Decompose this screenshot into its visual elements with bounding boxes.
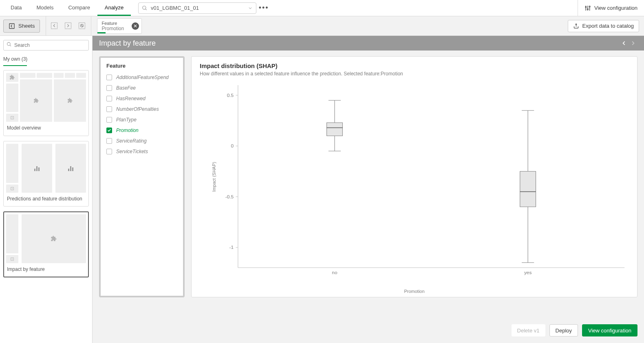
puzzle-icon [33,98,39,103]
footer-actions: Delete v1 Deploy View configuration [512,324,637,336]
clear-selections-icon[interactable] [78,22,87,31]
model-picker[interactable]: v01_LGBMC_01_01 [138,2,256,14]
page-titlebar: Impact by feature [93,36,644,51]
page-title: Impact by feature [99,39,156,48]
checkbox-icon [106,106,112,112]
tab-analyze[interactable]: Analyze [97,0,131,16]
search-input[interactable] [3,40,89,51]
tab-compare[interactable]: Compare [61,0,97,16]
feature-name: Promotion [116,128,139,133]
tab-models[interactable]: Models [29,0,61,16]
prev-sheet-button[interactable] [620,39,629,48]
view-configuration-button[interactable]: View configuration [578,0,644,16]
chip-value: Promotion [101,26,128,31]
checkbox-icon [106,138,112,144]
export-label: Export data to catalog [582,23,634,29]
plot-area: 0.50-0.5-1noyes [216,81,629,280]
feature-panel-title: Feature [101,62,183,72]
svg-rect-8 [9,24,14,29]
feature-name: ServiceTickets [116,149,148,154]
feature-row-plantype[interactable]: PlanType [101,114,183,125]
checkbox-icon [106,149,112,154]
svg-point-15 [7,42,11,46]
svg-point-7 [589,6,590,7]
next-sheet-button[interactable] [629,39,637,48]
view-configuration-footer-button[interactable]: View configuration [582,324,637,336]
feature-row-basefee[interactable]: BaseFee [101,83,183,93]
export-data-button[interactable]: Export data to catalog [568,20,639,32]
bar-chart-icon [68,165,73,171]
svg-line-13 [81,24,83,26]
selection-chip-feature[interactable]: Feature Promotion ✕ [97,18,142,34]
step-forward-icon[interactable] [64,22,73,31]
svg-point-0 [143,6,146,9]
feature-row-servicerating[interactable]: ServiceRating [101,136,183,146]
svg-rect-10 [65,22,71,29]
chart-subtitle: How different values in a selected featu… [200,71,629,77]
chart-title: Impact distribution (SHAP) [200,62,629,69]
sheet-title: Predictions and feature distribution [6,193,86,204]
sheets-sidebar: My own (3) [0,36,93,343]
top-nav: Data Models Compare Analyze v01_LGBMC_01… [0,0,644,16]
y-axis-label: Impact (SHAP) [212,162,216,191]
selection-tools [46,16,91,36]
main: My own (3) [0,36,644,343]
delete-button: Delete v1 [512,324,545,336]
sheet-card-predictions[interactable]: Predictions and feature distribution [3,141,89,207]
feature-row-promotion[interactable]: Promotion [101,125,183,136]
model-name: v01_LGBMC_01_01 [151,5,199,11]
svg-rect-34 [327,123,343,136]
feature-row-hasrenewed[interactable]: HasRenewed [101,93,183,104]
search-icon [142,5,148,11]
checkbox-icon [106,75,112,80]
tab-data[interactable]: Data [3,0,29,16]
feature-name: AdditionalFeatureSpend [116,75,169,80]
svg-point-5 [587,9,589,10]
search-icon [7,42,12,47]
sheet-list: Model overview [0,67,92,281]
checkbox-icon [106,128,112,133]
feature-row-numberofpenalties[interactable]: NumberOfPenalties [101,104,183,114]
puzzle-icon [9,75,15,80]
feature-row-servicetickets[interactable]: ServiceTickets [101,146,183,157]
more-menu-button[interactable]: ••• [256,4,271,12]
feature-row-additionalfeaturespend[interactable]: AdditionalFeatureSpend [101,72,183,83]
toolbar: Sheets Feature Promotion ✕ Export data t… [0,16,644,36]
checkbox-icon [106,85,112,91]
feature-name: PlanType [116,117,137,123]
checkbox-icon [106,96,112,101]
svg-text:yes: yes [524,270,532,275]
deploy-button[interactable]: Deploy [549,324,578,336]
svg-rect-41 [520,172,536,207]
sheet-card-model-overview[interactable]: Model overview [3,70,89,136]
export-icon [573,23,579,29]
sheet-title: Impact by feature [6,263,86,275]
svg-line-1 [146,9,147,10]
sheets-button[interactable]: Sheets [3,20,40,33]
sheet-card-impact-by-feature[interactable]: Impact by feature [3,211,89,277]
step-back-icon[interactable] [50,22,59,31]
chart-panel: Impact distribution (SHAP) How different… [191,56,637,297]
svg-text:-1: -1 [229,245,234,250]
chevron-down-icon [248,6,253,11]
x-axis-label: Promotion [404,289,424,294]
sliders-icon [584,5,591,11]
view-configuration-label: View configuration [594,5,637,11]
svg-rect-18 [11,187,14,190]
feature-name: ServiceRating [116,138,147,144]
sheets-icon [9,23,15,29]
chip-label: Feature [101,21,128,26]
svg-rect-19 [11,258,14,261]
svg-text:0: 0 [231,144,234,149]
svg-text:0.5: 0.5 [227,93,234,98]
svg-line-16 [10,45,11,46]
chip-close-icon[interactable]: ✕ [132,22,139,30]
svg-point-3 [585,7,587,8]
feature-name: HasRenewed [116,96,146,101]
sidebar-section-label: My own (3) [0,53,92,64]
feature-selector-panel: Feature AdditionalFeatureSpendBaseFeeHas… [99,56,185,297]
feature-name: NumberOfPenalties [116,106,159,112]
checkbox-icon [106,117,112,123]
bar-chart-icon [34,165,40,171]
svg-rect-17 [11,117,14,119]
